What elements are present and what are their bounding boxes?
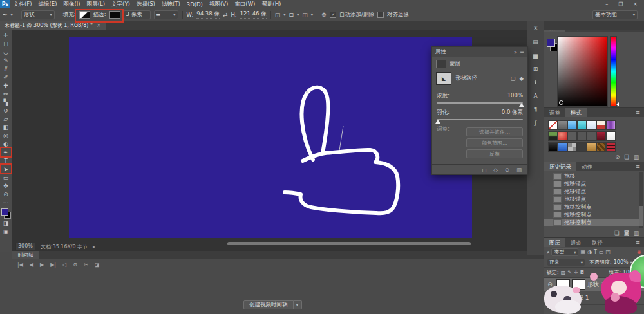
history-scrollbar-thumb[interactable] (639, 206, 643, 226)
dock-panel-icon[interactable]: ¶ (534, 106, 538, 113)
lock-icon[interactable]: ▨ (561, 270, 566, 275)
tool-button[interactable]: ▭ (1, 173, 11, 181)
auto-add-delete-checkbox[interactable]: ✓ (330, 12, 336, 18)
layer-thumbnail[interactable] (556, 279, 570, 290)
tab-history[interactable]: 历史记录 (544, 162, 576, 171)
style-swatch[interactable] (558, 142, 567, 152)
timeline-control-icon[interactable]: ✂ (84, 262, 88, 268)
tool-button[interactable]: ⊙ (1, 190, 11, 198)
style-swatch[interactable] (587, 120, 596, 130)
fill-swatch[interactable] (79, 11, 90, 19)
style-swatch[interactable] (577, 120, 587, 130)
menu-item[interactable]: 文件(F) (10, 1, 35, 8)
height-value[interactable]: 121.46 像 (240, 10, 267, 19)
filter-toggle-icon[interactable]: ◉ (637, 249, 641, 255)
lock-icon[interactable]: ◘ (580, 270, 584, 275)
layer-filter-icon[interactable]: ▭ (599, 249, 604, 255)
style-swatch[interactable] (587, 142, 596, 152)
tool-button[interactable]: ↺ (1, 106, 11, 115)
tool-button[interactable]: ✛ (1, 31, 11, 39)
style-swatch[interactable] (548, 120, 558, 130)
tab-adjustments[interactable]: 调整 (544, 108, 565, 117)
geometry-options-gear-icon[interactable]: ⚙ (321, 12, 327, 18)
feather-value[interactable]: 0.0 像素 (502, 109, 523, 116)
layer-visibility-eye-icon[interactable]: ⊙ (546, 291, 554, 304)
timeline-control-icon[interactable]: ◁ (62, 262, 66, 268)
add-pixel-mask-icon[interactable]: ▢ (510, 75, 515, 82)
hue-slider[interactable] (610, 36, 617, 107)
history-state-row[interactable]: 拖移锚点 (544, 196, 639, 203)
tool-button[interactable]: ◐ (1, 140, 11, 148)
layer-row[interactable]: ⊙ 形状 1 (544, 278, 644, 291)
panel-menu-icon[interactable]: ≡ (520, 49, 524, 55)
dock-panel-icon[interactable]: ⊞ (533, 66, 538, 72)
tool-button[interactable]: ✒ (1, 148, 11, 156)
tab-channels[interactable]: 通道 (565, 238, 587, 247)
panel-menu-icon[interactable]: ≡ (636, 108, 644, 117)
style-swatch[interactable] (587, 131, 596, 141)
style-swatch[interactable] (577, 142, 587, 152)
history-state-row[interactable]: 拖移锚点 (544, 180, 639, 188)
refine-button[interactable]: 反相 (466, 149, 523, 158)
style-swatch[interactable] (606, 142, 616, 152)
tool-button[interactable]: ⋯ (1, 198, 11, 207)
styles-footer-icon[interactable]: ❏ (624, 154, 629, 160)
minimize-icon[interactable]: – (605, 1, 608, 7)
history-state-row[interactable]: 拖移 (544, 172, 639, 180)
tool-button[interactable]: # (1, 64, 11, 73)
dock-panel-icon[interactable]: ℹ (535, 79, 536, 86)
link-dimensions-icon[interactable]: ⇄ (223, 12, 228, 18)
style-swatch[interactable] (548, 142, 558, 152)
tool-button[interactable]: T (1, 156, 11, 165)
style-swatch[interactable] (567, 131, 577, 141)
refine-button[interactable]: 选择并遮住… (466, 127, 523, 136)
menu-item[interactable]: 视图(V) (206, 1, 231, 8)
style-swatch[interactable] (558, 120, 567, 130)
style-swatch[interactable] (606, 131, 616, 141)
close-icon[interactable]: ✕ (633, 1, 638, 7)
menu-item[interactable]: 图像(I) (61, 1, 84, 8)
tool-button[interactable]: ◎ (1, 131, 11, 140)
density-slider[interactable] (437, 102, 523, 104)
tool-button[interactable]: ◡ (1, 48, 11, 56)
density-slider-handle[interactable] (519, 103, 524, 107)
dock-panel-icon[interactable]: ▅ (533, 52, 538, 59)
timeline-control-icon[interactable]: ◀ (30, 262, 33, 268)
stroke-width-field[interactable]: 3 像素 (124, 10, 151, 19)
tool-preset-caret-icon[interactable]: ▾ (11, 12, 13, 17)
tab-styles[interactable]: 样式 (565, 108, 587, 117)
tab-actions[interactable]: 动作 (576, 162, 598, 171)
menu-item[interactable]: 文字(Y) (108, 1, 133, 8)
hue-slider-marker[interactable] (616, 102, 619, 106)
vector-mask-thumbnail[interactable] (572, 279, 585, 290)
layer-thumbnail[interactable] (556, 293, 570, 303)
chevron-down-icon[interactable]: ▾ (294, 300, 302, 309)
document-canvas[interactable] (69, 37, 472, 238)
lock-icon[interactable]: ✛ (574, 270, 578, 275)
style-swatch[interactable] (567, 142, 577, 152)
tool-button[interactable]: ▚ (1, 98, 11, 106)
menu-item[interactable]: 帮助(H) (258, 1, 284, 8)
timeline-control-icon[interactable]: |◀ (17, 262, 23, 268)
layer-name[interactable]: 矩形 1 (572, 294, 589, 302)
tool-button[interactable]: ➤ (1, 165, 11, 173)
tab-close-icon[interactable]: × (97, 23, 101, 28)
refine-button[interactable]: 颜色范围… (466, 138, 523, 147)
timeline-control-icon[interactable]: ⚙ (73, 262, 77, 268)
restore-icon[interactable]: ❐ (618, 1, 623, 7)
menu-item[interactable]: 编辑(E) (35, 1, 61, 8)
workspace-switcher[interactable]: 基本功能 ▾ (592, 10, 638, 19)
foreground-color-mini-swatch[interactable] (547, 39, 555, 47)
styles-footer-icon[interactable]: ▥ (634, 154, 639, 160)
zoom-level-field[interactable]: 300% (15, 243, 35, 250)
layer-filter-icon[interactable]: ▦ (580, 249, 585, 255)
layer-name[interactable]: 形状 1 (587, 281, 605, 289)
foreground-background-colors[interactable] (1, 208, 11, 219)
history-state-row[interactable]: 拖移控制点 (544, 211, 639, 219)
stroke-swatch[interactable] (109, 11, 120, 19)
menu-item[interactable]: 3D(D) (184, 1, 206, 8)
tool-button[interactable]: ▱ (1, 115, 11, 123)
path-arrangement-icon[interactable]: ◫ (302, 12, 308, 18)
layer-filter-icon[interactable]: T (594, 249, 597, 255)
panel-menu-icon[interactable]: ≡ (636, 238, 644, 247)
